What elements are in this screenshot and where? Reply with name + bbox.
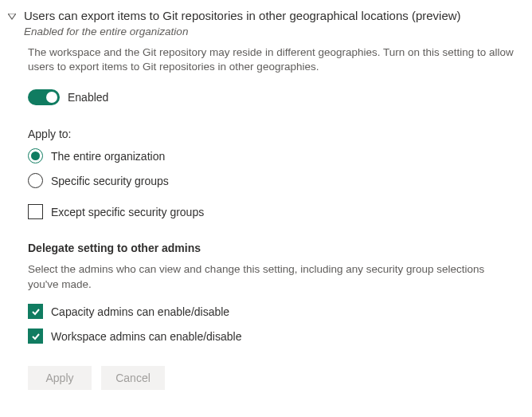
cancel-button[interactable]: Cancel — [101, 366, 165, 390]
radio-label: Specific security groups — [51, 175, 169, 187]
checkbox-icon — [28, 328, 43, 344]
action-buttons: Apply Cancel — [28, 366, 516, 390]
radio-icon — [28, 173, 43, 188]
setting-description: The workspace and the Git repository may… — [28, 45, 516, 76]
enable-toggle[interactable] — [28, 89, 60, 105]
checkbox-icon — [28, 304, 43, 319]
apply-button[interactable]: Apply — [28, 366, 92, 390]
checkbox-except-groups[interactable]: Except specific security groups — [28, 204, 516, 219]
checkbox-icon — [28, 204, 43, 219]
setting-subtitle: Enabled for the entire organization — [24, 26, 532, 37]
enable-toggle-row: Enabled — [28, 89, 516, 105]
checkbox-label: Workspace admins can enable/disable — [51, 330, 241, 343]
delegate-description: Select the admins who can view and chang… — [28, 262, 516, 293]
header-text-block: Users can export items to Git repositori… — [24, 8, 532, 37]
checkbox-capacity-admins[interactable]: Capacity admins can enable/disable — [28, 304, 516, 319]
setting-title: Users can export items to Git repositori… — [24, 8, 532, 24]
toggle-thumb — [46, 92, 57, 103]
setting-panel: Users can export items to Git repositori… — [0, 8, 532, 390]
delegate-heading: Delegate setting to other admins — [28, 242, 516, 254]
radio-entire-organization[interactable]: The entire organization — [28, 148, 516, 163]
collapse-icon[interactable] — [8, 11, 16, 24]
setting-content: The workspace and the Git repository may… — [0, 45, 532, 391]
radio-icon — [28, 148, 43, 163]
checkbox-label: Capacity admins can enable/disable — [51, 305, 229, 318]
toggle-label: Enabled — [68, 91, 108, 104]
radio-specific-groups[interactable]: Specific security groups — [28, 173, 516, 188]
apply-to-label: Apply to: — [28, 128, 516, 140]
setting-header: Users can export items to Git repositori… — [0, 8, 532, 37]
radio-label: The entire organization — [51, 150, 165, 163]
checkbox-label: Except specific security groups — [51, 206, 204, 218]
checkbox-workspace-admins[interactable]: Workspace admins can enable/disable — [28, 328, 516, 344]
